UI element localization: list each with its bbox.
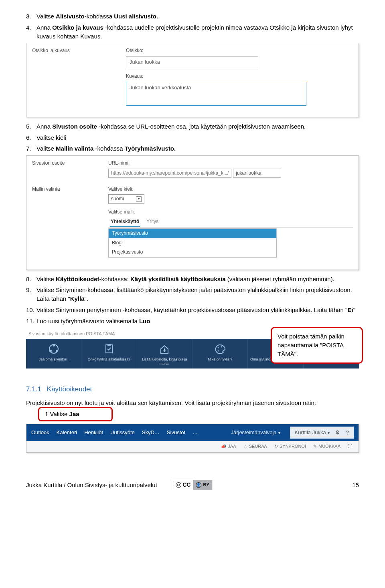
panel-heading: Sivuston osoite	[32, 160, 108, 178]
step-number: 10.	[26, 306, 34, 314]
field-label: Valitse malli:	[108, 209, 353, 215]
step-text: Valitse Alisivusto-kohdassa Uusi alisivu…	[36, 13, 158, 20]
step-text: Valitse Siirtymisen periytyminen -kohdas…	[36, 306, 355, 313]
chevron-down-icon: ▾	[328, 431, 330, 435]
template-option[interactable]: Työryhmäsivusto	[109, 229, 276, 238]
step-number: 11.	[26, 317, 34, 326]
svg-rect-4	[106, 345, 112, 353]
step-number: 7.	[26, 144, 31, 153]
section-heading: 7.1.1Käyttöoikeudet	[26, 385, 359, 395]
step-number: 9.	[26, 286, 31, 294]
template-option[interactable]: Projektisivusto	[109, 248, 276, 257]
step-text: Anna Sivuston osoite -kohdassa se URL-os…	[36, 123, 306, 130]
field-label: Valitse kieli:	[108, 186, 353, 193]
step-number: 6.	[26, 133, 31, 142]
star-icon: ☆	[243, 443, 247, 450]
pencil-icon: ✎	[313, 443, 317, 450]
help-icon[interactable]: ?	[346, 428, 349, 437]
url-prefix: https://eduouka-my.sharepoint.com/person…	[108, 169, 231, 178]
svg-point-3	[53, 344, 55, 346]
palette-icon	[213, 343, 227, 355]
tile-schedule[interactable]: Onko tyyliltä aikataulussa?	[81, 339, 137, 369]
footer-author: Jukka Kurttila / Oulun Sivistys- ja kult…	[26, 481, 157, 489]
svg-point-1	[49, 350, 52, 352]
step-number: 5.	[26, 122, 31, 131]
action-synkronoi[interactable]: ↻SYNKRONOI	[274, 443, 306, 450]
instruction-list: 8. Valitse Käyttöoikeudet-kohdassa: Käyt…	[26, 275, 359, 326]
svg-rect-5	[107, 344, 111, 346]
expand-icon[interactable]: ⛶	[348, 443, 352, 450]
step-text: Luo uusi työryhmäsivusto valitsemalla Lu…	[36, 318, 150, 324]
action-jaa[interactable]: 📣JAA	[221, 443, 236, 450]
field-label: Kuvaus:	[126, 73, 353, 80]
screenshot-title-description: Otsikko ja kuvaus Otsikko: Jukan luokka …	[26, 43, 359, 117]
page-footer: Jukka Kurttila / Oulun Sivistys- ja kult…	[26, 481, 359, 489]
language-select[interactable]: suomi ▾	[108, 194, 144, 203]
step-text: Anna Otsikko ja kuvaus -kohdassa uudelle…	[36, 24, 353, 40]
nav-link[interactable]: Sivustot	[167, 429, 185, 437]
callout-select-jaa: 1 Valitse Jaa	[38, 407, 113, 421]
step-text: Valitse Siirtyminen-kohdassa, lisätäänkö…	[36, 286, 352, 302]
nav-link[interactable]: Kalenteri	[57, 429, 77, 437]
chevron-down-icon: ▾	[136, 196, 142, 202]
house-plus-icon	[158, 343, 171, 355]
step-number: 4.	[26, 23, 31, 32]
screenshot-site-address: Sivuston osoite URL-nimi: https://eduouk…	[26, 155, 359, 270]
clipboard-icon	[102, 343, 116, 355]
cc-license-badge: ccCC 👤BY	[173, 480, 212, 490]
admin-menu[interactable]: Järjestelmänvalvoja▾	[231, 429, 280, 437]
panel-heading: Mallin valinta	[32, 186, 108, 258]
tab-enterprise[interactable]: Yritys	[146, 217, 159, 227]
title-input[interactable]: Jukan luokka	[126, 56, 258, 68]
screenshot-sharepoint-toolbar: Outlook Kalenteri Henkilöt Uutissyöte Sk…	[26, 424, 359, 453]
tile-share[interactable]: Jaa oma sivustosi.	[26, 339, 81, 369]
step-text: Valitse Käyttöoikeudet-kohdassa: Käytä y…	[36, 276, 334, 282]
nav-link[interactable]: Outlook	[31, 429, 49, 437]
template-listbox[interactable]: Työryhmäsivusto Blogi Projektisivusto	[108, 228, 277, 257]
page-number: 15	[352, 481, 359, 489]
section-paragraph: Projektisivusto on nyt luotu ja voit alo…	[26, 399, 359, 422]
tile-add-lists[interactable]: Lisää luetteloita, kirjastoja ja muita.	[137, 339, 192, 369]
instruction-list: 5. Anna Sivuston osoite -kohdassa se URL…	[26, 122, 359, 153]
svg-point-2	[56, 350, 58, 352]
url-input[interactable]: jukanluokka	[233, 169, 281, 178]
share-icon: 📣	[221, 443, 227, 450]
tile-style[interactable]: Mikä on tyylisi?	[192, 339, 248, 369]
user-menu[interactable]: Kurttila Jukka▾	[295, 429, 330, 437]
panel-heading: Otsikko ja kuvaus	[32, 47, 70, 111]
step-text: Valitse Mallin valinta -kohdassa Työryhm…	[36, 145, 176, 152]
cc-icon: cc	[176, 482, 181, 488]
step-number: 8.	[26, 275, 31, 284]
action-muokkaa[interactable]: ✎MUOKKAA	[313, 443, 340, 450]
person-icon: 👤	[196, 482, 201, 488]
action-seuraa[interactable]: ☆SEURAA	[243, 443, 267, 450]
step-number: 3.	[26, 12, 31, 21]
callout-remove-bar: Voit poistaa tämän palkin napsauttamalla…	[271, 327, 363, 363]
nav-more[interactable]: …	[192, 429, 198, 437]
nav-link[interactable]: Uutissyöte	[110, 429, 135, 437]
field-label: URL-nimi:	[108, 160, 353, 167]
share-icon	[47, 343, 61, 355]
description-textarea[interactable]: Jukan luokan verkkoalusta	[126, 82, 306, 106]
svg-point-8	[221, 346, 222, 348]
getting-started-bar: Sivuston käytön aloittaminen POISTA TÄMÄ…	[26, 329, 359, 369]
gear-icon[interactable]: ⚙	[335, 429, 340, 437]
field-label: Otsikko:	[126, 47, 353, 54]
svg-point-6	[217, 347, 219, 348]
nav-link[interactable]: Henkilöt	[84, 429, 103, 437]
template-option[interactable]: Blogi	[109, 238, 276, 248]
instruction-list: 3. Valitse Alisivusto-kohdassa Uusi alis…	[26, 12, 359, 40]
chevron-down-icon: ▾	[278, 431, 280, 435]
template-tabs: Yhteiskäyttö Yritys	[108, 217, 353, 228]
nav-link[interactable]: SkyD…	[142, 429, 160, 437]
sync-icon: ↻	[274, 443, 278, 450]
svg-point-7	[217, 350, 219, 352]
step-text: Valitse kieli	[36, 134, 66, 141]
tab-collaboration[interactable]: Yhteiskäyttö	[110, 217, 140, 227]
